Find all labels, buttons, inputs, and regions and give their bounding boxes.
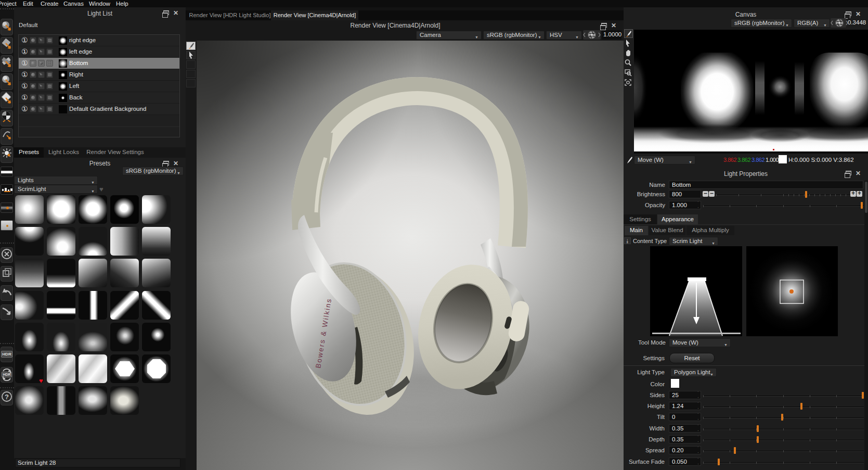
svg-text:?: ?: [5, 393, 9, 401]
